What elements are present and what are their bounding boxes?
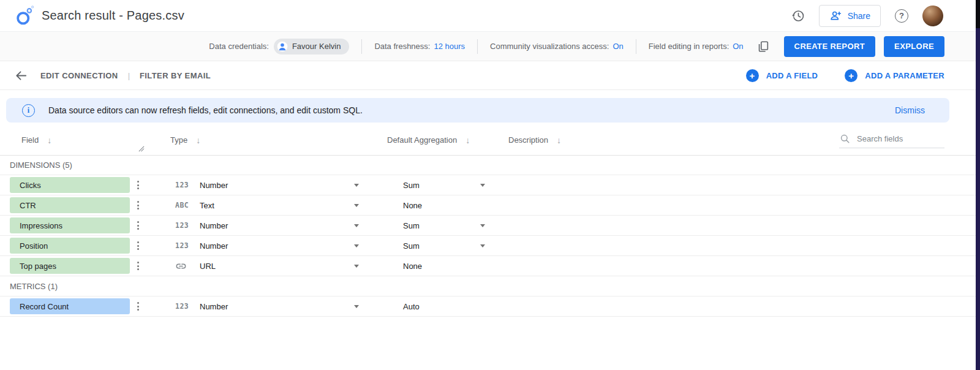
dropdown-caret-icon [354,265,359,268]
version-history-button[interactable] [788,6,808,26]
field-options-kebab-icon[interactable] [130,201,148,210]
type-label: Number [200,181,228,190]
type-selector[interactable]: 123 Number [170,296,368,316]
dropdown-caret-icon [354,224,359,227]
connection-separator: | [128,71,130,80]
share-button[interactable]: Share [819,5,881,27]
dimensions-section-label: DIMENSIONS (5) [0,156,980,175]
metrics-section-label: METRICS (1) [0,276,980,296]
column-resize-handle[interactable] [138,145,145,152]
type-selector[interactable]: ABC Text [170,195,368,215]
column-header-field[interactable]: Field ↓ [0,135,130,145]
add-field-label: ADD A FIELD [766,71,818,80]
person-add-icon [829,9,842,22]
column-header-aggregation[interactable]: Default Aggregation ↓ [368,135,490,145]
field-row: Top pages URL None [0,256,980,276]
help-button[interactable]: ? [892,6,911,26]
aggregation-label: None [403,262,422,271]
community-viz-value[interactable]: On [612,42,623,51]
text-type-icon: ABC [175,201,189,210]
field-editing-value[interactable]: On [733,42,743,51]
search-fields-box [839,133,944,148]
duplicate-button[interactable] [753,37,773,56]
field-name-chip[interactable]: Record Count [10,298,130,314]
add-parameter-button[interactable]: + ADD A PARAMETER [845,69,944,82]
connection-bar: EDIT CONNECTION | FILTER BY EMAIL + ADD … [0,61,980,90]
aggregation-label: Sum [403,221,420,230]
settings-separator [477,39,478,54]
settings-separator [636,39,636,54]
field-options-kebab-icon[interactable] [130,262,148,270]
field-row: Record Count 123 Number Auto [0,296,980,317]
back-button[interactable] [11,66,31,85]
filter-by-email-button[interactable]: FILTER BY EMAIL [140,71,211,80]
field-name-chip[interactable]: Clicks [10,177,130,193]
type-header-label: Type [170,135,187,145]
window-edge-top [976,0,980,28]
aggregation-selector: None [403,195,490,215]
search-fields-input[interactable] [857,134,930,143]
banner-container: i Data source editors can now refresh fi… [0,90,980,125]
aggregation-label: Auto [403,302,420,311]
aggregation-label: Sum [403,181,420,190]
add-field-button[interactable]: + ADD A FIELD [746,69,818,82]
type-selector[interactable]: 123 Number [170,216,368,235]
info-icon: i [22,104,35,117]
info-banner: i Data source editors can now refresh fi… [6,98,949,123]
type-selector[interactable]: 123 Number [170,175,368,195]
dismiss-button[interactable]: Dismiss [895,105,925,115]
create-report-button[interactable]: CREATE REPORT [784,36,875,57]
url-type-icon [175,260,187,272]
credentials-owner-name: Favour Kelvin [292,42,341,51]
field-options-kebab-icon[interactable] [130,241,148,250]
connection-actions: EDIT CONNECTION | FILTER BY EMAIL [11,66,211,85]
dropdown-caret-icon [480,184,485,187]
copy-icon [756,40,770,53]
explore-button[interactable]: EXPLORE [884,36,944,57]
user-avatar[interactable] [922,6,943,26]
aggregation-selector: Auto [403,296,490,316]
back-arrow-icon [14,69,28,83]
number-type-icon: 123 [175,221,189,230]
aggregation-selector: None [403,256,490,276]
number-type-icon: 123 [175,241,189,250]
add-parameter-label: ADD A PARAMETER [865,71,944,80]
field-options-kebab-icon[interactable] [130,302,148,311]
history-icon [791,9,805,23]
field-options-kebab-icon[interactable] [130,221,148,230]
credentials-owner-chip[interactable]: Favour Kelvin [274,39,349,55]
edit-connection-button[interactable]: EDIT CONNECTION [40,71,118,80]
field-name-chip[interactable]: Top pages [10,258,130,274]
search-icon [839,133,851,145]
freshness-value[interactable]: 12 hours [434,42,465,51]
data-studio-logo-icon[interactable] [13,5,36,27]
sort-down-icon: ↓ [557,135,561,145]
aggregation-selector[interactable]: Sum [403,236,490,255]
field-row: Impressions 123 Number Sum [0,216,980,236]
type-selector[interactable]: 123 Number [170,236,368,255]
dropdown-caret-icon [354,184,359,187]
aggregation-selector[interactable]: Sum [403,216,490,235]
document-title[interactable]: Search result - Pages.csv [42,9,184,23]
community-viz-label: Community visualizations access: [490,42,609,51]
aggregation-header-label: Default Aggregation [387,135,457,145]
dropdown-caret-icon [354,244,359,247]
aggregation-label: Sum [403,241,420,251]
field-row: CTR ABC Text None [0,195,980,216]
field-name-chip[interactable]: Impressions [10,217,130,233]
column-header-type[interactable]: Type ↓ [170,135,368,145]
number-type-icon: 123 [175,302,189,311]
type-selector[interactable]: URL [170,256,368,276]
aggregation-selector[interactable]: Sum [403,175,490,195]
data-source-editor: Search result - Pages.csv [0,0,980,370]
dropdown-caret-icon [354,204,359,207]
field-name-chip[interactable]: CTR [10,197,130,213]
top-header: Search result - Pages.csv [0,0,980,32]
field-actions: + ADD A FIELD + ADD A PARAMETER [746,69,944,82]
number-type-icon: 123 [175,181,189,189]
field-options-kebab-icon[interactable] [130,181,148,189]
field-header-label: Field [21,135,39,145]
plus-circle-icon: + [746,69,759,82]
type-label: URL [200,262,216,271]
field-name-chip[interactable]: Position [10,238,130,254]
